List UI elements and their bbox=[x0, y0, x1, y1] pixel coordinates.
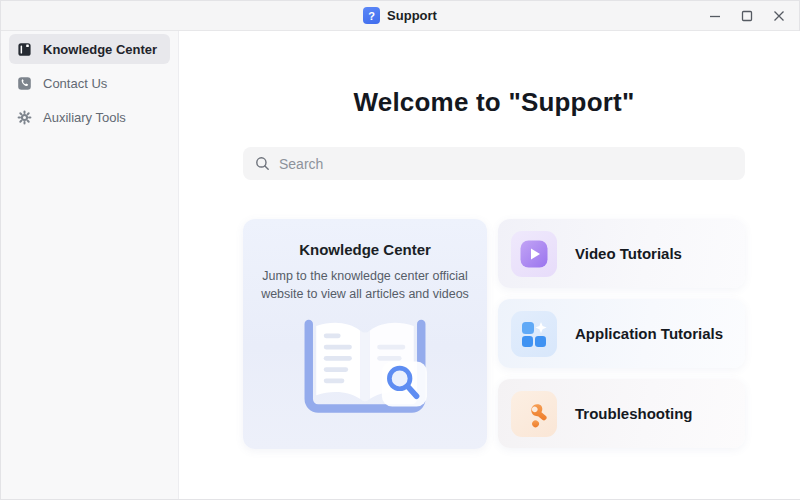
sidebar-item-contact-us[interactable]: Contact Us bbox=[9, 68, 170, 98]
sidebar-item-label: Contact Us bbox=[43, 76, 107, 91]
search-icon bbox=[255, 156, 270, 171]
window-controls bbox=[703, 1, 791, 31]
action-card-label: Troubleshooting bbox=[575, 405, 693, 422]
knowledge-center-card-title: Knowledge Center bbox=[243, 241, 487, 258]
close-icon bbox=[773, 10, 785, 22]
page-title: Welcome to "Support" bbox=[243, 87, 745, 118]
phone-icon bbox=[17, 76, 32, 91]
support-window: ? Support bbox=[0, 0, 800, 500]
play-icon bbox=[511, 231, 557, 277]
sidebar-item-auxiliary-tools[interactable]: Auxiliary Tools bbox=[9, 102, 170, 132]
maximize-icon bbox=[741, 10, 753, 22]
main-panel: Welcome to "Support" Knowledge Center Ju… bbox=[179, 31, 800, 499]
sidebar: Knowledge Center Contact Us bbox=[1, 31, 179, 499]
wrench-icon bbox=[511, 391, 557, 437]
app-grid-icon bbox=[511, 311, 557, 357]
action-cards-column: Video Tutorials Application Tutorials bbox=[498, 219, 745, 449]
titlebar-title-group: ? Support bbox=[363, 7, 437, 24]
gear-icon bbox=[17, 110, 32, 125]
minimize-button[interactable] bbox=[703, 4, 727, 28]
titlebar: ? Support bbox=[1, 1, 799, 31]
cards-row: Knowledge Center Jump to the knowledge c… bbox=[243, 219, 745, 449]
knowledge-center-card[interactable]: Knowledge Center Jump to the knowledge c… bbox=[243, 219, 487, 449]
troubleshooting-card[interactable]: Troubleshooting bbox=[498, 379, 745, 448]
search-input[interactable] bbox=[279, 156, 733, 172]
application-tutorials-card[interactable]: Application Tutorials bbox=[498, 299, 745, 368]
action-card-label: Application Tutorials bbox=[575, 325, 723, 342]
window-title: Support bbox=[387, 8, 437, 23]
minimize-icon bbox=[709, 10, 721, 22]
window-content: Knowledge Center Contact Us bbox=[1, 31, 799, 499]
help-app-icon: ? bbox=[363, 7, 380, 24]
sidebar-item-knowledge-center[interactable]: Knowledge Center bbox=[9, 34, 170, 64]
book-icon bbox=[17, 42, 32, 57]
search-bar[interactable] bbox=[243, 147, 745, 180]
open-book-illustration bbox=[243, 309, 487, 435]
maximize-button[interactable] bbox=[735, 4, 759, 28]
action-card-label: Video Tutorials bbox=[575, 245, 682, 262]
video-tutorials-card[interactable]: Video Tutorials bbox=[498, 219, 745, 288]
sidebar-item-label: Knowledge Center bbox=[43, 42, 157, 57]
sidebar-item-label: Auxiliary Tools bbox=[43, 110, 126, 125]
knowledge-center-card-description: Jump to the knowledge center official we… bbox=[257, 267, 473, 303]
close-button[interactable] bbox=[767, 4, 791, 28]
